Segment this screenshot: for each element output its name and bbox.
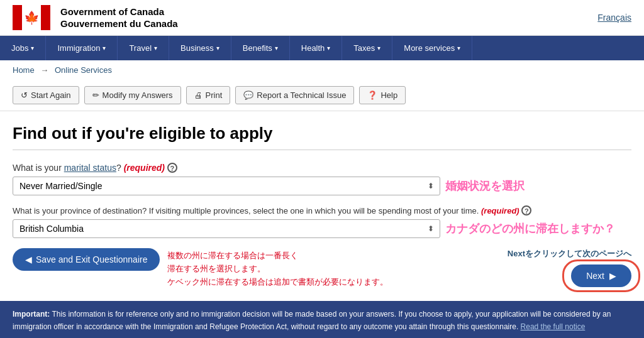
save-exit-button[interactable]: ◀ Save and Exit Questionnaire	[13, 248, 160, 271]
nav-benefits[interactable]: Benefits ▾	[231, 36, 290, 60]
read-full-notice-link[interactable]: Read the full notice	[521, 322, 586, 331]
nav-jobs[interactable]: Jobs ▾	[0, 36, 46, 60]
print-icon: 🖨	[194, 90, 203, 100]
marital-jp-annotation: 婚姻状況を選択	[445, 178, 525, 194]
next-arrow-icon: ▶	[609, 271, 616, 281]
government-title: Government of Canada Gouvernement du Can…	[60, 6, 178, 30]
breadcrumb-current[interactable]: Online Services	[55, 65, 112, 75]
breadcrumb: Home → Online Services	[0, 60, 644, 80]
modify-answers-button[interactable]: ✏ Modify my Answers	[84, 86, 181, 104]
report-issue-button[interactable]: 💬 Report a Technical Issue	[235, 86, 354, 104]
marital-select-wrapper: Never Married/Single	[13, 177, 440, 195]
province-label: What is your province of destination? If…	[13, 205, 631, 215]
back-arrow-icon: ◀	[25, 254, 32, 264]
toolbar: ↺ Start Again ✏ Modify my Answers 🖨 Prin…	[0, 80, 644, 111]
nav-more-services[interactable]: More services ▾	[392, 36, 472, 60]
marital-help-icon[interactable]: ?	[167, 163, 177, 173]
nav-travel[interactable]: Travel ▾	[118, 36, 169, 60]
language-switcher[interactable]: Français	[597, 13, 631, 23]
next-button-wrapper: Next ▶	[571, 264, 631, 287]
start-again-icon: ↺	[21, 90, 28, 100]
travel-arrow-icon: ▾	[154, 45, 157, 52]
start-again-button[interactable]: ↺ Start Again	[13, 86, 79, 104]
actions-left: ◀ Save and Exit Questionnaire 複数の州に滞在する場…	[13, 248, 388, 288]
next-annotation: Nextをクリックして次のページへ	[508, 248, 631, 259]
logo-area: 🍁 Government of Canada Gouvernement du C…	[13, 5, 178, 30]
gov-name-en: Government of Canada	[60, 6, 178, 18]
marital-status-select[interactable]: Never Married/Single	[13, 177, 440, 195]
francais-link[interactable]: Français	[597, 13, 631, 23]
benefits-arrow-icon: ▾	[275, 45, 278, 52]
pencil-icon: ✏	[92, 90, 99, 100]
province-group: What is your province of destination? If…	[13, 205, 631, 238]
important-box: Important: This information is for refer…	[0, 301, 644, 338]
health-arrow-icon: ▾	[327, 45, 330, 52]
next-button[interactable]: Next ▶	[571, 264, 631, 287]
actions-row: ◀ Save and Exit Questionnaire 複数の州に滞在する場…	[13, 248, 631, 288]
marital-status-group: What is your marital status? (required) …	[13, 163, 631, 195]
print-button[interactable]: 🖨 Print	[186, 86, 231, 104]
main-nav: Jobs ▾ Immigration ▾ Travel ▾ Business ▾…	[0, 36, 644, 60]
main-content: Find out if you're eligible to apply Wha…	[0, 111, 644, 288]
nav-immigration[interactable]: Immigration ▾	[46, 36, 118, 60]
nav-health[interactable]: Health ▾	[290, 36, 343, 60]
breadcrumb-separator: →	[40, 65, 48, 75]
gov-name-fr: Gouvernement du Canada	[60, 18, 178, 30]
help-icon: ❓	[367, 90, 377, 100]
annotation-line2: 滞在する州を選択します。	[167, 263, 388, 276]
province-select-wrapper: British Columbia	[13, 219, 440, 238]
annotation-block: 複数の州に滞在する場合は一番長く 滞在する州を選択します。 ケベック州に滞在する…	[167, 249, 388, 288]
nav-business[interactable]: Business ▾	[169, 36, 231, 60]
help-button[interactable]: ❓ Help	[359, 86, 406, 104]
page-title: Find out if you're eligible to apply	[13, 124, 631, 150]
business-arrow-icon: ▾	[216, 45, 219, 52]
important-label: Important:	[13, 310, 50, 319]
chat-icon: 💬	[243, 90, 253, 100]
canada-flag-icon: 🍁	[13, 5, 50, 30]
more-services-arrow-icon: ▾	[457, 45, 460, 52]
annotation-line3: ケベック州に滞在する場合は追加で書類が必要になります。	[167, 276, 388, 289]
province-select[interactable]: British Columbia	[13, 219, 440, 238]
next-area: Nextをクリックして次のページへ Next ▶	[508, 248, 631, 287]
marital-required: (required)	[124, 163, 165, 173]
immigration-arrow-icon: ▾	[103, 45, 106, 52]
annotation-line1: 複数の州に滞在する場合は一番長く	[167, 249, 388, 263]
marital-status-link[interactable]: marital status	[64, 163, 116, 173]
breadcrumb-home[interactable]: Home	[13, 65, 35, 75]
site-header: 🍁 Government of Canada Gouvernement du C…	[0, 0, 644, 36]
maple-leaf-icon: 🍁	[24, 10, 40, 25]
taxes-arrow-icon: ▾	[377, 45, 380, 52]
province-jp-annotation: カナダのどの州に滞在しますか？	[445, 221, 615, 236]
jobs-arrow-icon: ▾	[31, 45, 34, 52]
province-help-icon[interactable]: ?	[521, 205, 531, 215]
marital-status-label: What is your marital status? (required) …	[13, 163, 631, 173]
nav-taxes[interactable]: Taxes ▾	[342, 36, 392, 60]
province-required: (required)	[481, 206, 519, 215]
